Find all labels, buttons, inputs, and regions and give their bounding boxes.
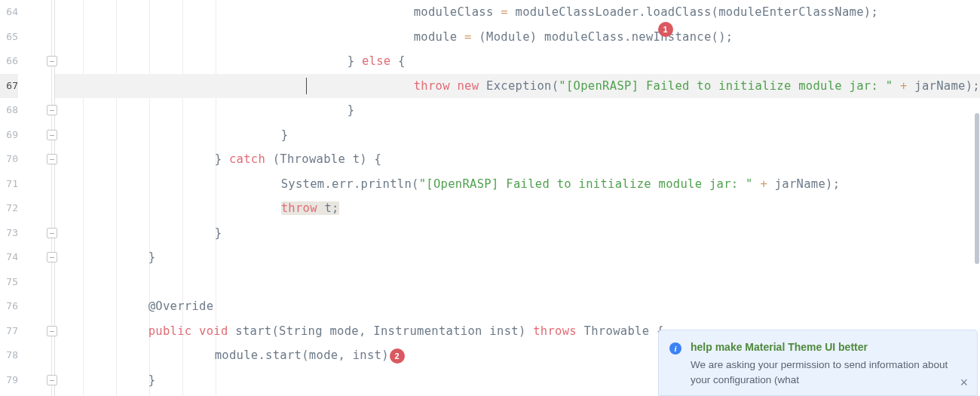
line-number: 79 (0, 368, 18, 393)
token: } (348, 103, 355, 117)
text-caret (306, 78, 308, 94)
token: = (464, 30, 472, 44)
token: @Override (149, 299, 214, 313)
line-number: 76 (0, 294, 18, 319)
line-number: 64 (0, 0, 18, 25)
line-number: 69 (0, 123, 18, 148)
code-line[interactable]: } (55, 123, 980, 148)
token: module (414, 30, 464, 44)
code-line[interactable]: } (55, 98, 980, 123)
token: void (199, 324, 228, 338)
code-line[interactable] (55, 270, 980, 295)
token: System.err.println( (281, 177, 419, 191)
token: moduleClass (414, 5, 501, 19)
token (893, 79, 900, 93)
token: } (149, 250, 156, 264)
token: } (348, 54, 362, 68)
token: throw (414, 79, 450, 93)
code-line[interactable]: throw t; (55, 196, 980, 221)
token: "[OpenRASP] Failed to initialize module … (559, 79, 893, 93)
line-number: 66 (0, 49, 18, 74)
token: jarName); (767, 177, 840, 191)
inspection-badge[interactable]: 2 (390, 348, 405, 364)
notification-body: We are asking your permission to send in… (691, 358, 963, 388)
token: Throwable { (577, 324, 664, 338)
token: throw (281, 201, 317, 215)
line-number: 65 (0, 25, 18, 50)
code-line[interactable]: } else { (55, 49, 980, 74)
code-line[interactable]: } catch (Throwable t) { (55, 147, 980, 172)
token: (Module) moduleClass.newInstance(); (472, 30, 733, 44)
token: t; (317, 201, 339, 215)
token: module.start(mode, inst); (215, 348, 397, 362)
scroll-thumb[interactable] (975, 113, 979, 264)
notification-popup[interactable]: i help make Material Theme UI better We … (658, 330, 978, 397)
token: Exception( (479, 79, 559, 93)
token (753, 177, 761, 191)
inspection-badge[interactable]: 1 (658, 22, 673, 37)
line-number: 75 (0, 270, 18, 295)
token: public (149, 324, 192, 338)
line-number: 73 (0, 221, 18, 246)
code-line[interactable]: } (55, 221, 980, 246)
token: moduleClassLoader.loadClass(moduleEnterC… (508, 5, 878, 19)
token: + (760, 177, 767, 191)
token: "[OpenRASP] Failed to initialize module … (419, 177, 753, 191)
token: + (900, 79, 908, 93)
line-number: 72 (0, 196, 18, 221)
token: start(String mode, Instrumentation inst) (228, 324, 534, 338)
token: = (501, 5, 508, 19)
token: throws (533, 324, 577, 338)
line-number: 68 (0, 98, 18, 123)
notification-title: help make Material Theme UI better (691, 341, 963, 353)
line-number: 74 (0, 245, 18, 270)
fold-column[interactable]: –––––––– (21, 0, 55, 396)
token: else (362, 54, 391, 68)
code-line[interactable]: System.err.println("[OpenRASP] Failed to… (55, 172, 980, 197)
token: } (149, 373, 156, 387)
token: (Throwable t) { (265, 152, 381, 166)
code-line[interactable]: throw new Exception("[OpenRASP] Failed t… (55, 74, 980, 99)
code-line[interactable]: module = (Module) moduleClass.newInstanc… (55, 25, 980, 50)
line-number: 67 (0, 74, 18, 99)
token: { (390, 54, 405, 68)
line-number-gutter: 64656667686970717273747576777879 (0, 0, 21, 396)
token: catch (229, 152, 265, 166)
code-line[interactable]: } (55, 245, 980, 270)
code-line[interactable]: @Override (55, 294, 980, 319)
info-icon: i (669, 342, 681, 355)
token (191, 324, 199, 338)
code-line[interactable]: moduleClass = moduleClassLoader.loadClas… (55, 0, 980, 25)
token: } (281, 128, 289, 142)
close-icon[interactable]: × (960, 375, 968, 391)
token: jarName); (908, 79, 980, 93)
line-number: 70 (0, 147, 18, 172)
line-number: 78 (0, 343, 18, 368)
token: new (457, 79, 479, 93)
line-number: 71 (0, 172, 18, 197)
token: } (215, 152, 229, 166)
token: } (215, 226, 222, 240)
line-number: 77 (0, 319, 18, 344)
